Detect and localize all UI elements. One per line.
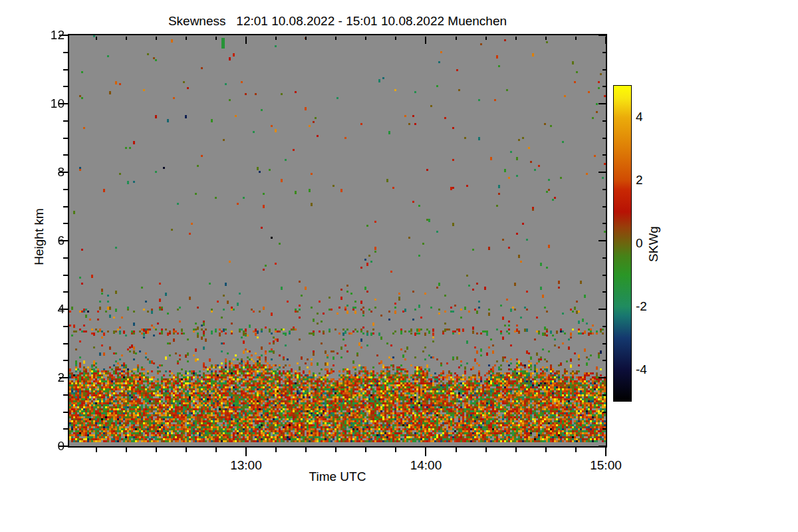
- x-tick: [156, 448, 157, 452]
- x-tick: [126, 448, 127, 452]
- x-tick-top: [515, 37, 517, 40]
- y-tick-right: [602, 138, 606, 139]
- y-tick-right: [602, 291, 606, 293]
- y-tick: [63, 291, 68, 293]
- x-tick: [215, 448, 217, 452]
- y-tick-right: [602, 189, 606, 190]
- colorbar-tick-label: -4: [636, 362, 669, 377]
- y-tick-right: [598, 377, 606, 378]
- y-tick-right: [602, 206, 606, 207]
- y-tick: [63, 257, 68, 259]
- x-tick-top: [605, 37, 606, 44]
- y-tick-right: [602, 86, 606, 87]
- y-tick: [63, 428, 68, 430]
- x-tick: [305, 448, 307, 452]
- y-tick-right: [598, 446, 606, 447]
- y-tick: [63, 326, 68, 327]
- colorbar-label: SKWg: [646, 211, 661, 277]
- colorbar-tick-label: -2: [636, 299, 669, 314]
- chart-title: Skewness 12:01 10.08.2022 - 15:01 10.08.…: [69, 14, 606, 29]
- y-tick-right: [602, 360, 606, 361]
- y-tick: [63, 52, 68, 53]
- y-tick-right: [602, 326, 606, 327]
- y-tick-label: 6: [27, 233, 65, 248]
- y-tick: [63, 343, 68, 344]
- y-tick-right: [602, 412, 606, 413]
- x-tick-top: [395, 37, 396, 40]
- y-tick-right: [602, 394, 606, 396]
- y-tick-right: [602, 275, 606, 276]
- y-tick-right: [598, 172, 606, 173]
- x-tick-top: [245, 37, 247, 44]
- x-tick: [605, 448, 606, 456]
- y-tick: [63, 189, 68, 190]
- x-tick-top: [575, 37, 577, 40]
- y-tick-label: 2: [27, 370, 65, 385]
- colorbar-tick-label: 2: [636, 173, 669, 188]
- y-tick-right: [598, 309, 606, 310]
- x-tick: [335, 448, 336, 452]
- x-tick-top: [96, 37, 97, 40]
- x-tick-top: [335, 37, 336, 40]
- y-tick-right: [602, 154, 606, 156]
- y-tick-right: [602, 428, 606, 430]
- x-tick-top: [365, 37, 366, 40]
- x-tick-top: [156, 37, 157, 40]
- y-tick-right: [602, 52, 606, 53]
- x-tick: [96, 448, 97, 452]
- x-tick: [395, 448, 396, 452]
- y-tick-right: [602, 223, 606, 224]
- y-tick: [63, 412, 68, 413]
- y-tick-label: 12: [27, 28, 65, 43]
- x-tick: [545, 448, 547, 452]
- x-tick-top: [545, 37, 547, 40]
- y-tick: [63, 394, 68, 396]
- x-tick: [275, 448, 277, 452]
- x-tick: [365, 448, 366, 452]
- y-tick-label: 0: [27, 439, 65, 454]
- colorbar: [613, 85, 632, 402]
- x-tick: [425, 448, 426, 456]
- y-tick: [63, 138, 68, 139]
- x-tick-top: [305, 37, 307, 40]
- x-tick: [515, 448, 517, 452]
- y-tick: [63, 69, 68, 70]
- y-tick-label: 8: [27, 165, 65, 180]
- y-tick-label: 10: [27, 96, 65, 111]
- y-tick-right: [598, 35, 606, 36]
- x-tick: [186, 448, 187, 452]
- y-tick-right: [598, 240, 606, 241]
- y-tick: [63, 120, 68, 122]
- x-tick-top: [456, 37, 457, 40]
- y-tick: [63, 275, 68, 276]
- y-tick: [63, 86, 68, 87]
- y-tick-right: [598, 103, 606, 104]
- y-tick-right: [602, 120, 606, 122]
- heatmap-plot-area: [69, 35, 606, 446]
- x-tick-top: [485, 37, 487, 40]
- x-tick: [245, 448, 247, 456]
- x-tick-top: [186, 37, 187, 40]
- x-tick-top: [215, 37, 217, 40]
- x-tick-top: [425, 37, 426, 44]
- x-tick: [575, 448, 577, 452]
- y-tick: [63, 154, 68, 156]
- y-tick: [63, 206, 68, 207]
- y-tick-right: [602, 343, 606, 344]
- skewness-chart-page: Skewness 12:01 10.08.2022 - 15:01 10.08.…: [0, 0, 798, 532]
- x-tick-top: [126, 37, 127, 40]
- y-tick: [63, 223, 68, 224]
- x-axis-label: Time UTC: [69, 469, 606, 484]
- y-tick-right: [602, 257, 606, 259]
- y-tick-label: 4: [27, 302, 65, 317]
- x-tick: [456, 448, 457, 452]
- x-tick-top: [275, 37, 277, 40]
- y-tick: [63, 360, 68, 361]
- colorbar-tick-label: 4: [636, 110, 669, 124]
- x-tick: [485, 448, 487, 452]
- y-tick-right: [602, 69, 606, 70]
